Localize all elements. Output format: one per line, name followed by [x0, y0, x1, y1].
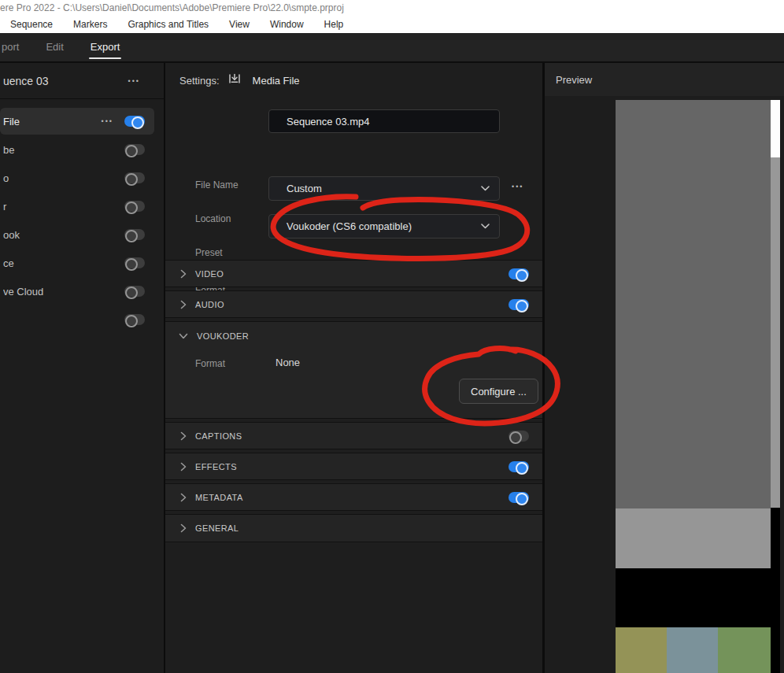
section-audio[interactable]: AUDIO: [165, 290, 542, 318]
menu-bar: Sequence Markers Graphics and Titles Vie…: [0, 16, 784, 33]
preview-patch-olive: [616, 627, 667, 673]
tab-import[interactable]: port: [0, 33, 20, 61]
section-video[interactable]: VIDEO: [165, 260, 542, 287]
preset-value: Custom: [287, 183, 481, 194]
destination-behance[interactable]: ce: [0, 249, 164, 277]
destination-label: o: [3, 172, 124, 184]
configure-button[interactable]: Configure ...: [459, 379, 538, 404]
tab-edit[interactable]: Edit: [44, 33, 65, 61]
menu-help[interactable]: Help: [324, 19, 344, 30]
destination-youtube[interactable]: be: [0, 135, 164, 164]
section-voukoder: VOUKODER Format None Configure ...: [165, 321, 542, 419]
preview-frame-light-band: [616, 508, 771, 568]
sequence-header: uence 03 •••: [0, 63, 164, 99]
facebook-toggle[interactable]: [124, 229, 145, 240]
section-label: VIDEO: [195, 269, 224, 279]
section-label: VOUKODER: [197, 331, 249, 341]
preview-frame-black-strip: [771, 508, 780, 673]
format-dropdown[interactable]: Voukoder (CS6 compatible): [268, 214, 500, 239]
destination-label: r: [3, 201, 124, 213]
voukoder-format-value: None: [276, 357, 300, 368]
effects-toggle[interactable]: [508, 461, 529, 472]
file-name-input[interactable]: [268, 109, 500, 133]
destination-menu-icon[interactable]: •••: [102, 117, 113, 125]
voukoder-format-label: Format: [195, 358, 225, 369]
vimeo-toggle[interactable]: [124, 172, 145, 183]
destination-other[interactable]: [0, 305, 164, 334]
section-captions[interactable]: CAPTIONS: [165, 422, 542, 449]
twitter-toggle[interactable]: [124, 201, 145, 212]
menu-sequence[interactable]: Sequence: [10, 19, 53, 30]
preview-panel: Preview: [545, 63, 784, 673]
captions-toggle[interactable]: [508, 431, 529, 442]
settings-sections: VIDEO AUDIO VOUKODER Format None: [165, 260, 542, 545]
chevron-right-icon: [180, 462, 187, 471]
destination-label: be: [3, 144, 124, 156]
section-label: GENERAL: [195, 523, 239, 533]
other-toggle[interactable]: [124, 314, 145, 325]
chevron-down-icon: [481, 186, 490, 191]
preview-frame-white-strip: [771, 100, 780, 157]
destination-label: ce: [3, 257, 124, 269]
chevron-right-icon: [180, 493, 187, 502]
section-label: AUDIO: [195, 300, 224, 309]
menu-window[interactable]: Window: [270, 19, 304, 30]
preset-label: Preset: [195, 247, 223, 258]
menu-view[interactable]: View: [229, 19, 250, 30]
destination-media-file[interactable]: File •••: [0, 108, 154, 135]
settings-header: Settings: Media File: [165, 63, 542, 98]
metadata-toggle[interactable]: [508, 492, 529, 503]
chevron-down-icon: [179, 333, 188, 339]
preview-frame-gray-strip: [771, 157, 780, 508]
mode-tab-bar: port Edit Export: [0, 33, 784, 63]
destination-list: File ••• be o r ook ce: [0, 99, 164, 334]
format-value: Voukoder (CS6 compatible): [287, 220, 481, 232]
section-label: METADATA: [195, 493, 243, 502]
behance-toggle[interactable]: [124, 257, 145, 268]
chevron-right-icon: [180, 523, 187, 533]
menu-markers[interactable]: Markers: [73, 19, 107, 30]
destination-label: File: [3, 116, 102, 128]
export-destinations-sidebar: uence 03 ••• File ••• be o r ook: [0, 63, 165, 673]
preview-title: Preview: [556, 74, 592, 86]
voukoder-header[interactable]: VOUKODER: [165, 322, 542, 349]
section-label: CAPTIONS: [195, 431, 242, 441]
media-file-download-icon: [227, 72, 242, 88]
preset-menu-icon[interactable]: •••: [512, 183, 523, 190]
preset-dropdown[interactable]: Custom: [268, 176, 500, 201]
section-effects[interactable]: EFFECTS: [165, 453, 542, 480]
chevron-right-icon: [180, 269, 187, 279]
section-metadata[interactable]: METADATA: [165, 483, 542, 511]
preview-frame-black: [616, 568, 771, 628]
chevron-right-icon: [180, 300, 187, 309]
menu-graphics-and-titles[interactable]: Graphics and Titles: [128, 19, 209, 30]
section-general[interactable]: GENERAL: [165, 514, 542, 542]
destination-twitter[interactable]: r: [0, 192, 164, 220]
youtube-toggle[interactable]: [124, 144, 145, 155]
export-settings-panel: Settings: Media File File Name Location …: [165, 63, 545, 673]
section-label: EFFECTS: [195, 462, 237, 471]
settings-header-label: Settings:: [179, 75, 220, 87]
video-toggle[interactable]: [508, 268, 529, 279]
destination-label: ve Cloud: [3, 286, 124, 298]
creative-cloud-toggle[interactable]: [124, 286, 145, 297]
preview-header: Preview: [545, 63, 784, 96]
location-label: Location: [195, 213, 231, 224]
preview-patch-green: [718, 627, 771, 673]
destination-vimeo[interactable]: o: [0, 164, 164, 192]
destination-facebook[interactable]: ook: [0, 220, 164, 249]
tab-export[interactable]: Export: [89, 33, 122, 61]
sequence-title: uence 03: [3, 75, 128, 87]
audio-toggle[interactable]: [508, 299, 529, 310]
preview-frame-gray: [616, 100, 771, 508]
sequence-menu-icon[interactable]: •••: [128, 77, 140, 85]
media-file-toggle[interactable]: [124, 116, 145, 127]
chevron-right-icon: [180, 431, 187, 441]
destination-creative-cloud[interactable]: ve Cloud: [0, 277, 164, 305]
window-title: ere Pro 2022 - C:\Users\Daniel\Documents…: [0, 0, 784, 16]
chevron-down-icon: [481, 224, 490, 229]
preview-patch-slate: [667, 627, 718, 673]
file-name-label: File Name: [195, 179, 239, 190]
settings-header-value: Media File: [253, 75, 300, 87]
destination-label: ook: [3, 229, 124, 241]
